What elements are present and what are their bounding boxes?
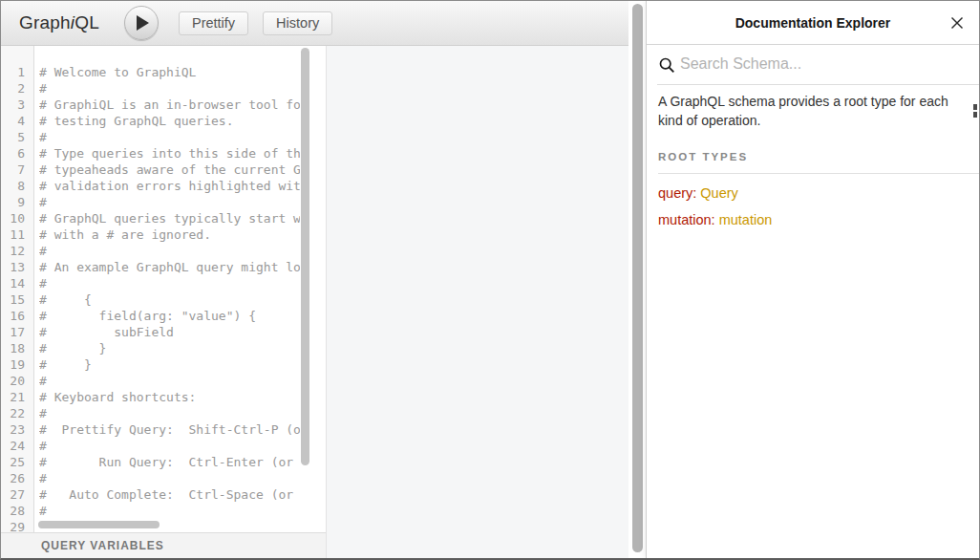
line-number: 9 <box>1 194 33 210</box>
logo-text-ql: QL <box>75 12 99 32</box>
code-line[interactable]: # Type queries into this side of th <box>39 145 300 162</box>
line-number: 27 <box>1 486 33 503</box>
doc-close-button[interactable] <box>948 13 967 32</box>
code-line[interactable]: # Run Query: Ctrl-Enter (or <box>39 454 300 470</box>
line-number: 6 <box>1 145 33 162</box>
schema-search-input[interactable] <box>680 51 957 77</box>
close-icon <box>949 15 965 31</box>
root-type-item: mutation: mutation <box>658 212 968 227</box>
editor-horizontal-scrollbar[interactable] <box>38 521 160 528</box>
code-line[interactable]: # typeaheads aware of the current G <box>39 162 300 178</box>
doc-explorer-header: Documentation Explorer <box>647 1 979 45</box>
code-line[interactable]: # with a # are ignored. <box>39 226 300 243</box>
root-types-heading: ROOT TYPES <box>658 151 968 162</box>
query-variables-title: QUERY VARIABLES <box>41 539 164 552</box>
root-type-item: query: Query <box>658 185 968 201</box>
code-line[interactable]: # <box>39 129 300 145</box>
documentation-explorer: Documentation Explorer A GraphQL schema … <box>646 1 979 558</box>
root-type-link[interactable]: mutation <box>719 212 773 227</box>
line-number: 2 <box>1 80 33 97</box>
schema-intro-text: A GraphQL schema provides a root type fo… <box>658 92 956 130</box>
root-types-divider <box>658 173 979 174</box>
code-line[interactable]: # <box>39 503 300 519</box>
search-icon <box>659 57 675 74</box>
code-line[interactable]: # <box>39 275 300 291</box>
line-number: 10 <box>1 210 33 226</box>
code-line[interactable]: # <box>39 405 300 421</box>
editor-vertical-scrollbar[interactable] <box>301 48 309 465</box>
line-number: 21 <box>1 389 33 405</box>
code-line[interactable]: # subField <box>39 324 300 340</box>
code-line[interactable]: # validation errors highlighted wit <box>39 178 300 194</box>
logo-text-graph: Graph <box>19 12 71 32</box>
line-number: 4 <box>1 113 33 129</box>
doc-explorer-title: Documentation Explorer <box>735 15 891 31</box>
line-number: 22 <box>1 405 33 421</box>
code-line[interactable]: # <box>39 373 300 389</box>
line-number: 13 <box>1 259 33 275</box>
line-number: 25 <box>1 454 33 470</box>
line-number: 12 <box>1 243 33 259</box>
result-pane <box>326 46 628 558</box>
code-line[interactable]: # GraphQL queries typically start w <box>39 210 300 226</box>
line-number: 14 <box>1 275 33 291</box>
line-number: 5 <box>1 129 33 145</box>
query-variables-bar[interactable]: QUERY VARIABLES <box>1 532 326 558</box>
prettify-button[interactable]: Prettify <box>179 11 248 35</box>
code-line[interactable]: # { <box>39 291 300 308</box>
line-number: 23 <box>1 421 33 438</box>
graphiql-logo: GraphiQL <box>19 12 99 33</box>
line-number: 15 <box>1 291 33 308</box>
code-line[interactable]: # Welcome to GraphiQL <box>39 64 300 80</box>
code-line[interactable]: # field(arg: "value") { <box>39 308 300 324</box>
schema-search-row <box>647 45 979 85</box>
line-number-gutter: 1234567891011121314151617181920212223242… <box>1 46 34 532</box>
graphiql-window: GraphiQL Prettify History 12345678910111… <box>0 0 980 560</box>
root-types-list: query: Querymutation: mutation <box>658 185 968 227</box>
line-number: 26 <box>1 470 33 486</box>
line-number: 19 <box>1 356 33 373</box>
query-editor[interactable]: 1234567891011121314151617181920212223242… <box>1 46 326 532</box>
code-line[interactable]: # <box>39 194 300 210</box>
doc-scrollbar-marks <box>973 104 977 119</box>
play-icon <box>137 15 149 31</box>
code-line[interactable]: # An example GraphQL query might lo <box>39 259 300 275</box>
root-type-keyword: mutation: <box>658 212 719 227</box>
history-button[interactable]: History <box>263 11 332 35</box>
root-type-link[interactable]: Query <box>700 185 738 201</box>
search-divider <box>657 84 979 85</box>
line-number: 11 <box>1 226 33 243</box>
code-line[interactable]: # } <box>39 356 300 373</box>
line-number: 29 <box>1 519 33 532</box>
code-line[interactable]: # <box>39 470 300 486</box>
code-line[interactable]: # Prettify Query: Shift-Ctrl-P (o <box>39 421 300 438</box>
query-editor-code[interactable]: # Welcome to GraphiQL## GraphiQL is an i… <box>39 46 300 532</box>
code-line[interactable]: # <box>39 438 300 454</box>
code-line[interactable]: # <box>39 80 300 97</box>
line-number: 16 <box>1 308 33 324</box>
execute-query-button[interactable] <box>124 6 159 40</box>
doc-explorer-content: A GraphQL schema provides a root type fo… <box>647 92 979 227</box>
line-number: 24 <box>1 438 33 454</box>
line-number: 17 <box>1 324 33 340</box>
code-line[interactable]: # <box>39 243 300 259</box>
code-line[interactable]: # GraphiQL is an in-browser tool fo <box>39 97 300 113</box>
line-number: 20 <box>1 373 33 389</box>
page-scrollbar-thumb[interactable] <box>632 4 643 552</box>
line-number: 28 <box>1 503 33 519</box>
code-line[interactable]: # } <box>39 340 300 356</box>
line-number: 18 <box>1 340 33 356</box>
line-number: 1 <box>1 64 33 80</box>
code-line[interactable]: # Keyboard shortcuts: <box>39 389 300 405</box>
toolbar: GraphiQL Prettify History <box>1 1 628 46</box>
line-number: 8 <box>1 178 33 194</box>
line-number: 7 <box>1 162 33 178</box>
root-type-keyword: query: <box>658 185 700 201</box>
line-number: 3 <box>1 97 33 113</box>
code-line[interactable]: # testing GraphQL queries. <box>39 113 300 129</box>
page-scrollbar-track <box>628 1 646 558</box>
code-line[interactable]: # Auto Complete: Ctrl-Space (or <box>39 486 300 503</box>
